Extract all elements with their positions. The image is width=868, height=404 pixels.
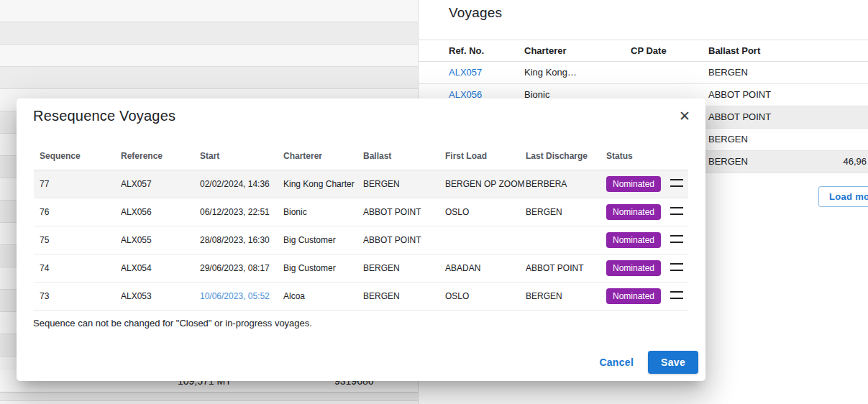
save-button[interactable]: Save [648,351,698,374]
voyage-ballast-port-cell: BERGEN [708,151,748,173]
first-load-cell: OSLO [445,291,526,301]
charterer-cell: Alcoa [283,291,363,301]
sequence-cell: 77 [34,179,121,189]
resequence-row: 74 ALX054 29/06/2023, 08:17 Big Customer… [34,254,688,283]
ballast-cell: BERGEN [363,263,445,273]
ballast-cell: BERGEN [363,291,445,301]
cancel-button[interactable]: Cancel [590,352,642,373]
voyage-ref-link[interactable]: ALX057 [449,62,482,83]
charterer-cell: Bionic [283,207,363,217]
resequence-row: 75 ALX055 28/08/2023, 16:30 Big Customer… [34,226,688,254]
status-badge: Nominated [606,288,661,304]
voyages-col-ref-no: Ref. No. [449,40,484,61]
resequence-table: Sequence Reference Start Charterer Balla… [34,142,688,311]
voyage-ballast-port-cell: BERGEN [708,129,748,150]
reference-cell: ALX053 [121,291,200,301]
voyage-ballast-port-cell: ABBOT POINT [708,106,771,128]
voyage-amount-cell: 46,96 [843,151,867,173]
col-sequence: Sequence [34,151,121,161]
start-cell: 02/02/2024, 14:36 [200,179,283,189]
start-cell: 29/06/2023, 08:17 [200,263,283,273]
reference-cell: ALX054 [121,263,200,273]
ballast-cell: ABBOT POINT [363,235,445,245]
load-more-button[interactable]: Load more [818,186,868,207]
resequence-row: 77 ALX057 02/02/2024, 14:36 King Kong Ch… [34,170,688,198]
dialog-actions: Cancel Save [590,351,698,374]
reference-cell: ALX056 [121,207,200,217]
reference-cell: ALX057 [121,179,200,189]
sequence-cell: 76 [34,207,121,217]
col-last-discharge: Last Discharge [526,151,606,161]
charterer-cell: Big Customer [283,235,363,245]
start-date-link[interactable]: 10/06/2023, 05:52 [200,291,283,301]
charterer-cell: King Kong Charter [283,179,363,189]
last-discharge-cell: ABBOT POINT [526,263,606,273]
col-first-load: First Load [445,151,526,161]
drag-handle-icon[interactable] [670,291,683,299]
first-load-cell: ABADAN [445,263,526,273]
last-discharge-cell: BERGEN [526,291,606,301]
drag-handle-icon[interactable] [670,179,683,187]
start-cell: 06/12/2023, 22:51 [200,207,283,217]
voyage-charterer-cell: King Kong… [524,62,577,83]
status-badge: Nominated [606,176,661,192]
col-start: Start [200,151,283,161]
ballast-cell: BERGEN [363,179,445,189]
sequence-cell: 74 [34,263,121,273]
resequence-row: 73 ALX053 10/06/2023, 05:52 Alcoa BERGEN… [34,283,688,311]
drag-handle-icon[interactable] [670,235,683,243]
first-load-cell: OSLO [445,207,526,217]
first-load-cell: BERGEN OP ZOOM [445,179,526,189]
ballast-cell: ABBOT POINT [363,207,445,217]
reference-cell: ALX055 [121,235,200,245]
start-cell: 28/08/2023, 16:30 [200,235,283,245]
drag-handle-icon[interactable] [670,207,683,215]
col-ballast: Ballast [363,151,445,161]
col-reference: Reference [121,151,200,161]
col-status: Status [606,151,664,161]
resequence-table-header: Sequence Reference Start Charterer Balla… [34,142,688,170]
status-badge: Nominated [606,260,661,276]
voyages-col-ballast-port: Ballast Port [708,40,760,61]
col-charterer: Charterer [283,151,363,161]
last-discharge-cell: BERGEN [526,207,606,217]
resequence-voyages-dialog: Resequence Voyages ✕ Sequence Reference … [17,98,705,381]
status-badge: Nominated [606,204,661,220]
sequence-cell: 75 [34,235,121,245]
drag-handle-icon[interactable] [670,263,683,271]
charterer-cell: Big Customer [283,263,363,273]
voyage-ballast-port-cell: BERGEN [708,62,748,83]
dialog-title: Resequence Voyages [33,108,175,124]
close-icon[interactable]: ✕ [674,106,695,127]
voyages-col-charterer: Charterer [524,40,567,61]
voyages-panel-title: Voyages [449,5,502,21]
app-screen: 109,571 MT 9319686 Voyages Ref. No. Char… [0,0,868,404]
last-discharge-cell: BERBERA [526,179,606,189]
voyage-ballast-port-cell: ABBOT POINT [708,84,771,106]
voyages-col-cp-date: CP Date [631,40,667,61]
voyages-table-header: Ref. No. Charterer CP Date Ballast Port [419,40,868,62]
sequence-note: Sequence can not be changed for "Closed"… [33,318,312,329]
sequence-cell: 73 [34,291,121,301]
status-badge: Nominated [606,232,661,248]
resequence-row: 76 ALX056 06/12/2023, 22:51 Bionic ABBOT… [34,198,688,226]
voyage-row: ALX057 King Kong… BERGEN [419,62,868,84]
